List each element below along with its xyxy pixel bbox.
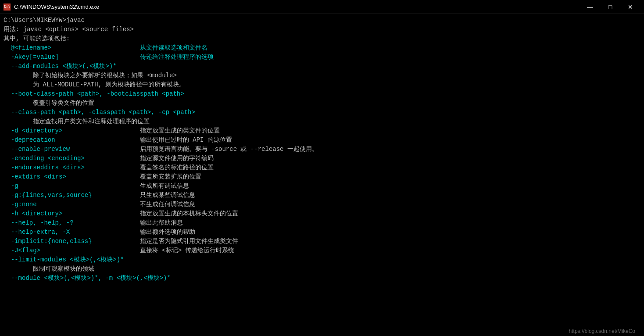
terminal-line: -h <directory> 指定放置生成的本机标头文件的位置 <box>4 209 640 218</box>
terminal-line: -endorseddirs <dirs> 覆盖签名的标准路径的位置 <box>4 163 640 172</box>
close-button[interactable]: ✕ <box>620 0 640 14</box>
terminal-line: -extdirs <dirs> 覆盖所安装扩展的位置 <box>4 172 640 182</box>
terminal-line: --add-modules <模块>(,<模块>)* <box>4 62 640 71</box>
terminal-line: --boot-class-path <path>, -bootclasspath… <box>4 89 640 99</box>
window-title: C:\WINDOWS\system32\cmd.exe <box>14 4 580 10</box>
terminal-line: -Akey[=value] 传递给注释处理程序的选项 <box>4 53 640 62</box>
terminal-line: 指定查找用户类文件和注释处理程序的位置 <box>4 117 640 126</box>
terminal-line: -J<flag> 直接将 <标记> 传递给运行时系统 <box>4 246 640 255</box>
terminal-line: -g:none 不生成任何调试信息 <box>4 200 640 209</box>
terminal-line: --help-extra, -X 输出额外选项的帮助 <box>4 228 640 237</box>
watermark-text: https://blog.csdn.net/MikeCo <box>569 328 635 334</box>
terminal-output[interactable]: C:\Users\MIKEWYW>javac用法: javac <options… <box>0 14 644 336</box>
terminal-line: --class-path <path>, -classpath <path>, … <box>4 108 640 117</box>
content-area: C:\Users\MIKEWYW>javac用法: javac <options… <box>0 14 644 336</box>
terminal-line: -encoding <encoding> 指定源文件使用的字符编码 <box>4 154 640 163</box>
terminal-line: 覆盖引导类文件的位置 <box>4 99 640 108</box>
terminal-line: --module <模块>(,<模块>)*, -m <模块>(,<模块>)* <box>4 274 640 283</box>
terminal-line: 除了初始模块之外要解析的根模块；如果 <module> <box>4 71 640 80</box>
terminal-line: --help, -help, -? 输出此帮助消息 <box>4 218 640 228</box>
terminal-line: 其中, 可能的选项包括: <box>4 34 640 43</box>
terminal-line: -g 生成所有调试信息 <box>4 182 640 191</box>
terminal-line: -deprecation 输出使用已过时的 API 的源位置 <box>4 136 640 145</box>
terminal-line: -d <directory> 指定放置生成的类文件的位置 <box>4 126 640 136</box>
terminal-line: -implicit:{none,class} 指定是否为隐式引用文件生成类文件 <box>4 237 640 246</box>
terminal-line: --limit-modules <模块>(,<模块>)* <box>4 255 640 265</box>
terminal-line: 限制可观察模块的领域 <box>4 265 640 274</box>
maximize-button[interactable]: □ <box>600 0 620 14</box>
terminal-line: -g:{lines,vars,source} 只生成某些调试信息 <box>4 191 640 200</box>
terminal-line: 用法: javac <options> <source files> <box>4 25 640 34</box>
window-controls: — □ ✕ <box>580 0 640 14</box>
terminal-line: C:\Users\MIKEWYW>javac <box>4 16 640 25</box>
minimize-button[interactable]: — <box>580 0 600 14</box>
cmd-window: C:\ C:\WINDOWS\system32\cmd.exe — □ ✕ C:… <box>0 0 644 336</box>
title-bar: C:\ C:\WINDOWS\system32\cmd.exe — □ ✕ <box>0 0 644 14</box>
terminal-line: 为 ALL-MODULE-PATH, 则为模块路径中的所有模块。 <box>4 80 640 89</box>
app-icon: C:\ <box>4 4 11 11</box>
terminal-line: --enable-preview 启用预览语言功能。要与 -source 或 -… <box>4 145 640 154</box>
terminal-line: @<filename> 从文件读取选项和文件名 <box>4 43 640 53</box>
